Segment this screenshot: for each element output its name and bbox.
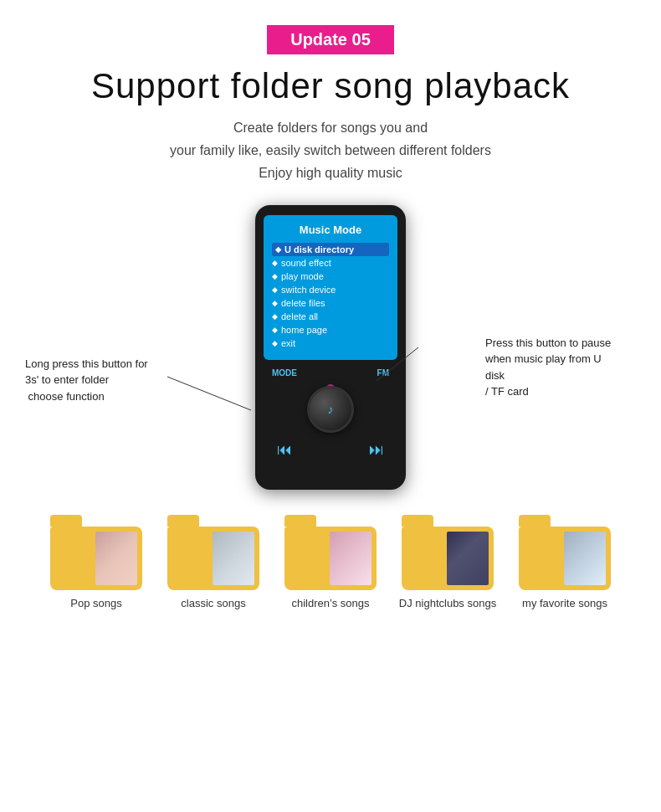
menu-item[interactable]: ◆play mode [272,270,389,283]
menu-item[interactable]: ◆exit [272,337,389,350]
device-area: Long press this button for3s' to enter f… [0,205,661,490]
diamond-icon: ◆ [272,339,278,347]
folder-icon [50,515,142,590]
menu-item-label: delete all [281,311,318,321]
menu-item-label: play mode [281,271,324,281]
subtitle-line2: your family like, easily switch between … [170,143,491,157]
menu-item[interactable]: ◆sound effect [272,256,389,270]
player-controls: MODE FM ♪ ⏮ ⏭ [264,368,397,459]
header-section: Update 05 Support folder song playback C… [0,0,661,185]
folder-item[interactable]: children’s songs [280,515,381,609]
menu-item-label: U disk directory [284,244,354,254]
folder-item[interactable]: classic songs [163,515,264,609]
main-title: Support folder song playback [0,66,661,106]
dial-icon: ♪ [328,403,334,416]
svg-line-0 [167,377,251,410]
left-annotation: Long press this button for3s' to enter f… [25,356,167,405]
prev-button[interactable]: ⏮ [277,441,292,459]
menu-item[interactable]: ◆U disk directory [272,243,389,256]
folder-icon [167,515,259,590]
menu-item-label: delete files [281,298,325,308]
diamond-icon: ◆ [272,272,278,280]
subtitle: Create folders for songs you and your fa… [0,116,661,185]
mp3-player: Music Mode ◆U disk directory◆sound effec… [255,205,406,490]
diamond-icon: ◆ [272,259,278,267]
folder-photo [95,532,137,585]
folder-tab [167,515,199,527]
folder-label: DJ nightclubs songs [399,597,496,609]
folder-label: classic songs [181,597,245,609]
folder-body [519,527,611,590]
top-buttons: MODE FM [264,368,397,378]
folder-body [284,527,377,590]
subtitle-line1: Create folders for songs you and [233,121,428,135]
menu-item-label: sound effect [281,258,331,268]
folder-label: my favorite songs [522,597,607,609]
screen-title: Music Mode [272,224,389,236]
folder-label: Pop songs [70,597,121,609]
folder-icon [519,515,611,590]
subtitle-line3: Enjoy high quality music [259,166,402,180]
right-annotation: Press this button to pausewhen music pla… [485,335,619,400]
folder-tab [402,515,433,527]
menu-item[interactable]: ◆home page [272,323,389,337]
diamond-icon: ◆ [272,326,278,334]
dial-button[interactable]: ♪ [307,386,354,433]
mode-label[interactable]: MODE [272,368,297,378]
menu-item-label: exit [281,338,295,348]
menu-list: ◆U disk directory◆sound effect◆play mode… [272,243,389,350]
folder-body [50,527,142,590]
folder-item[interactable]: Pop songs [46,515,146,609]
bottom-buttons: ⏮ ⏭ [264,441,397,459]
diamond-icon: ◆ [272,299,278,307]
menu-item[interactable]: ◆switch device [272,283,389,296]
player-screen: Music Mode ◆U disk directory◆sound effec… [264,215,397,360]
next-button[interactable]: ⏭ [369,441,384,459]
folder-body [167,527,259,590]
diamond-icon: ◆ [272,312,278,321]
folder-tab [284,515,316,527]
folder-icon [402,515,494,590]
folder-label: children’s songs [292,597,370,609]
center-controls: ♪ [280,383,381,433]
folder-tab [50,515,82,527]
menu-item[interactable]: ◆delete all [272,310,389,323]
folders-section: Pop songs classic songs children’s songs [0,498,661,609]
folder-photo [447,532,489,585]
folder-icon [284,515,377,590]
fm-label[interactable]: FM [377,368,389,378]
folder-body [402,527,494,590]
menu-item[interactable]: ◆delete files [272,296,389,310]
folder-photo [564,532,606,585]
diamond-icon: ◆ [272,285,278,294]
folder-tab [519,515,551,527]
folder-item[interactable]: DJ nightclubs songs [397,515,498,609]
menu-item-label: home page [281,325,327,335]
folder-item[interactable]: my favorite songs [515,515,615,609]
update-badge: Update 05 [267,25,394,54]
folder-photo [330,532,371,585]
menu-item-label: switch device [281,285,336,295]
diamond-icon: ◆ [275,245,281,254]
folder-photo [213,532,254,585]
